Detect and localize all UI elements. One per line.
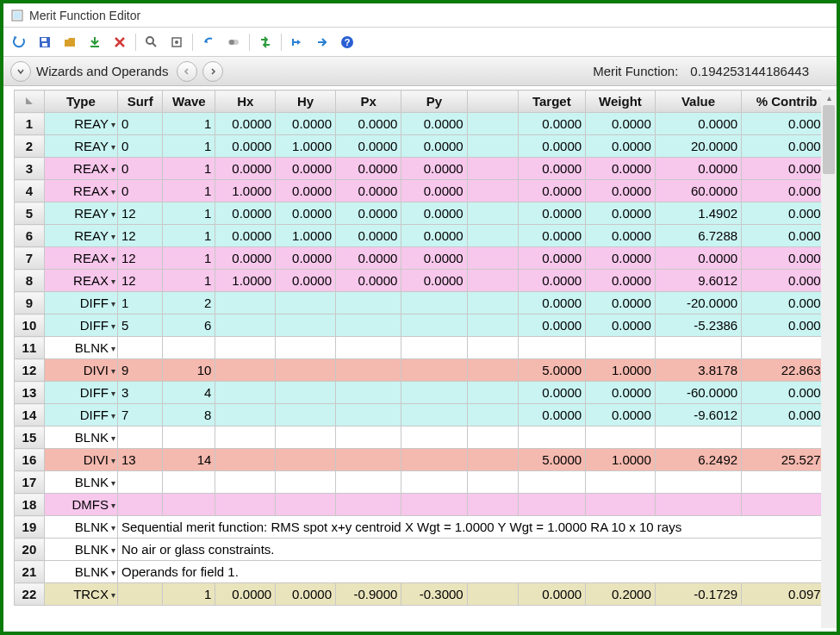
contrib-cell[interactable] [742, 471, 832, 494]
hy-cell[interactable] [276, 471, 336, 494]
py-cell[interactable] [401, 494, 467, 516]
hy-cell[interactable]: 0.0000 [276, 247, 336, 270]
value-cell[interactable] [655, 471, 741, 494]
px-cell[interactable] [335, 494, 401, 516]
type-cell[interactable]: DIFF▾ [44, 382, 117, 404]
surf-cell[interactable] [117, 494, 162, 516]
row-header[interactable]: 8 [15, 270, 45, 292]
wave-cell[interactable] [163, 426, 215, 449]
type-cell[interactable]: REAX▾ [44, 247, 117, 270]
target-cell[interactable]: 0.0000 [518, 158, 586, 180]
dropdown-icon[interactable]: ▾ [111, 277, 115, 286]
surf-cell[interactable] [117, 426, 162, 449]
px-cell[interactable] [335, 337, 401, 359]
dropdown-icon[interactable]: ▾ [111, 411, 115, 420]
expand-button[interactable] [10, 61, 31, 82]
surf-cell[interactable] [117, 337, 162, 359]
contrib-cell[interactable]: 0.0000 [742, 113, 832, 135]
py-cell[interactable]: 0.0000 [401, 202, 467, 225]
target-cell[interactable] [518, 337, 586, 359]
type-cell[interactable]: REAY▾ [44, 135, 117, 158]
hy-cell[interactable]: 1.0000 [276, 135, 336, 158]
wave-cell[interactable]: 10 [163, 359, 215, 382]
comment-cell[interactable]: Sequential merit function: RMS spot x+y … [117, 516, 831, 539]
value-cell[interactable]: 0.0000 [655, 158, 741, 180]
type-cell[interactable]: BLNK▾ [44, 426, 117, 449]
type-cell[interactable]: REAY▾ [44, 202, 117, 225]
table-row[interactable]: 13DIFF▾340.00000.0000-60.00000.0000 [15, 382, 832, 404]
weight-cell[interactable] [586, 471, 656, 494]
dropdown-icon[interactable]: ▾ [111, 344, 115, 353]
type-cell[interactable]: BLNK▾ [44, 337, 117, 359]
table-row[interactable]: 10DIFF▾560.00000.0000-5.23860.0000 [15, 314, 832, 337]
table-row[interactable]: 16DIVI▾13145.00001.00006.249225.5274 [15, 449, 832, 471]
table-row[interactable]: 6REAY▾1210.00001.00000.00000.00000.00000… [15, 225, 832, 247]
hx-cell[interactable] [215, 359, 276, 382]
dropdown-icon[interactable]: ▾ [111, 299, 115, 308]
column-header[interactable]: Type [44, 90, 117, 113]
delete-button[interactable] [109, 31, 131, 53]
value-cell[interactable]: -20.0000 [655, 292, 741, 314]
wave-cell[interactable]: 14 [163, 449, 215, 471]
surf-cell[interactable] [117, 583, 162, 606]
px-cell[interactable]: -0.9000 [335, 583, 401, 606]
target-cell[interactable]: 0.0000 [518, 404, 586, 426]
target-cell[interactable]: 0.0000 [518, 270, 586, 292]
contrib-cell[interactable]: 0.0000 [742, 202, 832, 225]
refresh-button[interactable] [9, 31, 31, 53]
row-header[interactable]: 2 [15, 135, 45, 158]
contrib-cell[interactable]: 0.0000 [742, 314, 832, 337]
row-header[interactable]: 12 [15, 359, 45, 382]
hy-cell[interactable] [276, 314, 336, 337]
value-cell[interactable]: 3.8178 [655, 359, 741, 382]
comment-cell[interactable]: No air or glass constraints. [117, 539, 831, 561]
py-cell[interactable]: 0.0000 [401, 180, 467, 202]
hy-cell[interactable]: 0.0000 [276, 270, 336, 292]
weight-cell[interactable]: 0.0000 [586, 292, 656, 314]
wave-cell[interactable] [163, 494, 215, 516]
value-cell[interactable] [655, 337, 741, 359]
wave-cell[interactable]: 1 [163, 270, 215, 292]
px-cell[interactable] [335, 359, 401, 382]
value-cell[interactable]: 9.6012 [655, 270, 741, 292]
weight-cell[interactable]: 0.0000 [586, 247, 656, 270]
hy-cell[interactable] [276, 449, 336, 471]
py-cell[interactable]: -0.3000 [401, 583, 467, 606]
comment-cell[interactable]: Operands for field 1. [117, 561, 831, 583]
hx-cell[interactable]: 0.0000 [215, 158, 276, 180]
next-button[interactable] [311, 31, 333, 53]
contrib-cell[interactable] [742, 426, 832, 449]
px-cell[interactable] [335, 471, 401, 494]
contrib-cell[interactable]: 25.5274 [742, 449, 832, 471]
px-cell[interactable] [335, 426, 401, 449]
weight-cell[interactable]: 0.2000 [586, 583, 656, 606]
open-button[interactable] [59, 31, 81, 53]
wave-cell[interactable]: 6 [163, 314, 215, 337]
select-all-corner[interactable] [15, 90, 45, 113]
scroll-up-icon[interactable]: ▴ [821, 90, 837, 105]
save-button[interactable] [34, 31, 56, 53]
dropdown-icon[interactable]: ▾ [111, 232, 115, 241]
target-cell[interactable]: 5.0000 [518, 359, 586, 382]
target-cell[interactable]: 0.0000 [518, 583, 586, 606]
hx-cell[interactable]: 0.0000 [215, 135, 276, 158]
target-cell[interactable] [518, 471, 586, 494]
row-header[interactable]: 6 [15, 225, 45, 247]
type-cell[interactable]: BLNK▾ [44, 539, 117, 561]
dropdown-icon[interactable]: ▾ [111, 433, 115, 443]
column-header[interactable]: Hx [215, 90, 276, 113]
type-cell[interactable]: DMFS▾ [44, 494, 117, 516]
dropdown-icon[interactable]: ▾ [111, 120, 115, 129]
dropdown-icon[interactable]: ▾ [111, 523, 115, 532]
type-cell[interactable]: DIVI▾ [44, 359, 117, 382]
type-cell[interactable]: DIVI▾ [44, 449, 117, 471]
wave-cell[interactable]: 8 [163, 404, 215, 426]
dropdown-icon[interactable]: ▾ [111, 366, 115, 376]
surf-cell[interactable]: 5 [117, 314, 162, 337]
value-cell[interactable]: 6.7288 [655, 225, 741, 247]
row-header[interactable]: 15 [15, 426, 45, 449]
table-row[interactable]: 1REAY▾010.00000.00000.00000.00000.00000.… [15, 113, 832, 135]
weight-cell[interactable]: 0.0000 [586, 404, 656, 426]
hx-cell[interactable]: 0.0000 [215, 113, 276, 135]
px-cell[interactable] [335, 449, 401, 471]
